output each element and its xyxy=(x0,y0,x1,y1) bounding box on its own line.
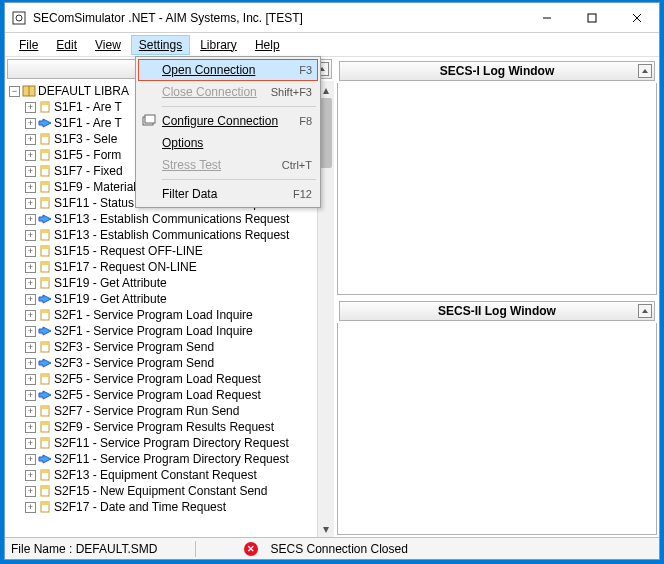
tree-item-label: S2F1 - Service Program Load Inquire xyxy=(54,308,253,322)
arrow-icon xyxy=(38,390,52,400)
log1-header: SECS-I Log Window xyxy=(339,61,655,81)
close-button[interactable] xyxy=(614,3,659,32)
tree-item-label: S1F1 - Are T xyxy=(54,100,122,114)
menu-configure-connection[interactable]: Configure Connection F8 xyxy=(138,110,318,132)
expand-toggle[interactable]: + xyxy=(25,182,36,193)
expand-toggle[interactable]: + xyxy=(25,198,36,209)
document-icon xyxy=(38,197,52,209)
tree-item-label: S1F17 - Request ON-LINE xyxy=(54,260,197,274)
tree-item[interactable]: +S2F11 - Service Program Directory Reque… xyxy=(9,435,334,451)
tree-item-label: S1F5 - Form xyxy=(54,148,121,162)
arrow-icon xyxy=(38,118,52,128)
collapse-toggle[interactable]: − xyxy=(9,86,20,97)
tree-item-label: S1F13 - Establish Communications Request xyxy=(54,212,289,226)
scroll-down-icon[interactable]: ▾ xyxy=(318,520,334,537)
tree-item[interactable]: +S1F19 - Get Attribute xyxy=(9,275,334,291)
expand-toggle[interactable]: + xyxy=(25,470,36,481)
titlebar[interactable]: SEComSimulator .NET - AIM Systems, Inc. … xyxy=(5,3,659,33)
tree-item[interactable]: +S2F3 - Service Program Send xyxy=(9,355,334,371)
expand-toggle[interactable]: + xyxy=(25,390,36,401)
tree-item[interactable]: +S2F17 - Date and Time Request xyxy=(9,499,334,515)
document-icon xyxy=(38,405,52,417)
tree-item[interactable]: +S2F5 - Service Program Load Request xyxy=(9,387,334,403)
tree-item[interactable]: +S2F1 - Service Program Load Inquire xyxy=(9,307,334,323)
collapse-icon[interactable] xyxy=(638,304,652,318)
tree-item[interactable]: +S2F11 - Service Program Directory Reque… xyxy=(9,451,334,467)
tree-item-label: S1F3 - Sele xyxy=(54,132,117,146)
expand-toggle[interactable]: + xyxy=(25,262,36,273)
tree-item[interactable]: +S1F19 - Get Attribute xyxy=(9,291,334,307)
tree-item[interactable]: +S2F9 - Service Program Results Request xyxy=(9,419,334,435)
svg-rect-32 xyxy=(41,278,49,281)
expand-toggle[interactable]: + xyxy=(25,374,36,385)
svg-rect-0 xyxy=(13,12,25,24)
svg-rect-19 xyxy=(41,166,49,169)
svg-rect-26 xyxy=(41,230,49,233)
right-panel: SECS-I Log Window SECS-II Log Window xyxy=(335,57,659,537)
tree-item[interactable]: +S2F3 - Service Program Send xyxy=(9,339,334,355)
tree-item[interactable]: +S2F13 - Equipment Constant Request xyxy=(9,467,334,483)
expand-toggle[interactable]: + xyxy=(25,214,36,225)
expand-toggle[interactable]: + xyxy=(25,310,36,321)
book-icon xyxy=(22,85,36,97)
expand-toggle[interactable]: + xyxy=(25,454,36,465)
expand-toggle[interactable]: + xyxy=(25,294,36,305)
tree-item-label: S1F19 - Get Attribute xyxy=(54,276,167,290)
menu-edit[interactable]: Edit xyxy=(48,35,85,55)
expand-toggle[interactable]: + xyxy=(25,278,36,289)
expand-toggle[interactable]: + xyxy=(25,422,36,433)
scroll-thumb[interactable] xyxy=(320,98,332,168)
expand-toggle[interactable]: + xyxy=(25,406,36,417)
log2-title: SECS-II Log Window xyxy=(438,304,556,318)
svg-marker-33 xyxy=(39,295,51,303)
tree-item[interactable]: +S2F1 - Service Program Load Inquire xyxy=(9,323,334,339)
expand-toggle[interactable]: + xyxy=(25,486,36,497)
svg-marker-13 xyxy=(39,119,51,127)
document-icon xyxy=(38,501,52,513)
tree-item-label: S2F1 - Service Program Load Inquire xyxy=(54,324,253,338)
tree-item[interactable]: +S2F15 - New Equipment Constant Send xyxy=(9,483,334,499)
tree-item-label: S1F19 - Get Attribute xyxy=(54,292,167,306)
menu-view[interactable]: View xyxy=(87,35,129,55)
expand-toggle[interactable]: + xyxy=(25,502,36,513)
maximize-button[interactable] xyxy=(569,3,614,32)
document-icon xyxy=(38,309,52,321)
svg-rect-21 xyxy=(41,182,49,185)
expand-toggle[interactable]: + xyxy=(25,134,36,145)
svg-rect-28 xyxy=(41,246,49,249)
tree-item[interactable]: +S1F17 - Request ON-LINE xyxy=(9,259,334,275)
expand-toggle[interactable]: + xyxy=(25,118,36,129)
menu-library[interactable]: Library xyxy=(192,35,245,55)
menu-help[interactable]: Help xyxy=(247,35,288,55)
menu-file[interactable]: File xyxy=(11,35,46,55)
tree-item[interactable]: +S1F13 - Establish Communications Reques… xyxy=(9,227,334,243)
menu-options[interactable]: Options xyxy=(138,132,318,154)
log1-body[interactable] xyxy=(337,83,657,295)
log2-body[interactable] xyxy=(337,323,657,535)
expand-toggle[interactable]: + xyxy=(25,102,36,113)
expand-toggle[interactable]: + xyxy=(25,150,36,161)
collapse-icon[interactable] xyxy=(638,64,652,78)
tree-item[interactable]: +S1F15 - Request OFF-LINE xyxy=(9,243,334,259)
expand-toggle[interactable]: + xyxy=(25,358,36,369)
document-icon xyxy=(38,341,52,353)
app-icon xyxy=(11,10,27,26)
tree-item[interactable]: +S2F7 - Service Program Run Send xyxy=(9,403,334,419)
arrow-icon xyxy=(38,326,52,336)
minimize-button[interactable] xyxy=(524,3,569,32)
expand-toggle[interactable]: + xyxy=(25,230,36,241)
tree-item[interactable]: +S2F5 - Service Program Load Request xyxy=(9,371,334,387)
expand-toggle[interactable]: + xyxy=(25,342,36,353)
expand-toggle[interactable]: + xyxy=(25,326,36,337)
tree-item-label: S2F17 - Date and Time Request xyxy=(54,500,226,514)
menu-open-connection[interactable]: Open Connection F3 xyxy=(138,59,318,81)
statusbar: File Name : DEFAULT.SMD ✕ SECS Connectio… xyxy=(5,537,659,559)
tree-item[interactable]: +S1F13 - Establish Communications Reques… xyxy=(9,211,334,227)
expand-toggle[interactable]: + xyxy=(25,166,36,177)
expand-toggle[interactable]: + xyxy=(25,246,36,257)
document-icon xyxy=(38,373,52,385)
menu-separator xyxy=(162,179,316,180)
expand-toggle[interactable]: + xyxy=(25,438,36,449)
menu-filter-data[interactable]: Filter Data F12 xyxy=(138,183,318,205)
menu-settings[interactable]: Settings xyxy=(131,35,190,55)
